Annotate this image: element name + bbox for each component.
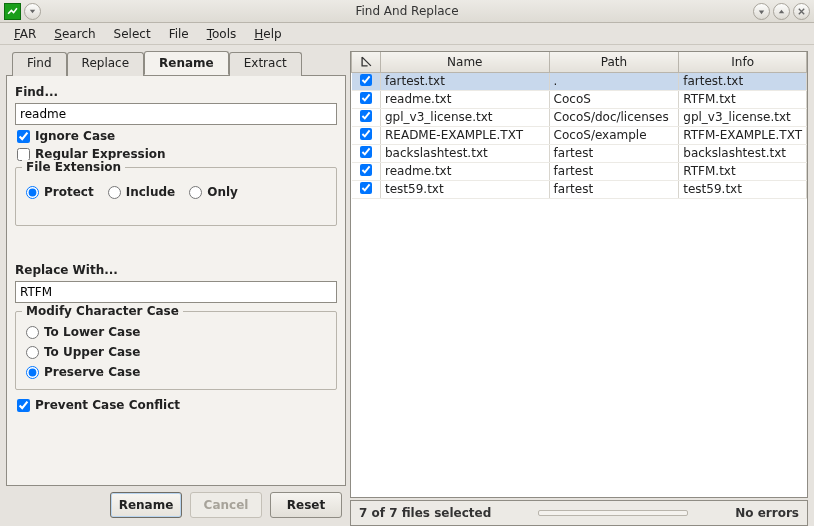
menu-tools[interactable]: Tools xyxy=(199,25,245,43)
menubar: FARSearchSelectFileToolsHelp xyxy=(0,23,814,45)
table-row[interactable]: test59.txtfartesttest59.txt xyxy=(352,180,807,198)
minimize-button[interactable] xyxy=(753,3,770,20)
maximize-button[interactable] xyxy=(773,3,790,20)
window-menu-button[interactable] xyxy=(24,3,41,20)
ignore-case-label: Ignore Case xyxy=(35,129,115,143)
table-row[interactable]: README-EXAMPLE.TXTCocoS/exampleRTFM-EXAM… xyxy=(352,126,807,144)
header-select-all[interactable] xyxy=(352,52,381,72)
replace-with-label: Replace With... xyxy=(15,263,337,277)
cell-path: fartest xyxy=(549,180,679,198)
modify-case-legend: Modify Character Case xyxy=(22,304,183,318)
menu-help[interactable]: Help xyxy=(246,25,289,43)
table-row[interactable]: gpl_v3_license.txtCocoS/doc/licensesgpl_… xyxy=(352,108,807,126)
header-info[interactable]: Info xyxy=(679,52,807,72)
find-label: Find... xyxy=(15,85,337,99)
tab-rename[interactable]: Rename xyxy=(144,51,229,75)
cell-name: README-EXAMPLE.TXT xyxy=(381,126,550,144)
app-icon xyxy=(4,3,21,20)
reset-button[interactable]: Reset xyxy=(270,492,342,518)
cell-info: backslashtest.txt xyxy=(679,144,807,162)
find-input[interactable] xyxy=(15,103,337,125)
menu-search[interactable]: Search xyxy=(46,25,103,43)
status-bar: 7 of 7 files selected No errors xyxy=(350,500,808,526)
row-checkbox[interactable] xyxy=(360,146,372,158)
cell-info: test59.txt xyxy=(679,180,807,198)
file-ext-option-include[interactable]: Include xyxy=(108,185,176,199)
rename-button[interactable]: Rename xyxy=(110,492,182,518)
regex-checkbox[interactable] xyxy=(17,148,30,161)
replace-with-input[interactable] xyxy=(15,281,337,303)
row-checkbox[interactable] xyxy=(360,74,372,86)
cell-path: CocoS xyxy=(549,90,679,108)
modify-case-group: Modify Character Case To Lower CaseTo Up… xyxy=(15,311,337,390)
cell-name: gpl_v3_license.txt xyxy=(381,108,550,126)
cell-name: fartest.txt xyxy=(381,72,550,90)
row-checkbox[interactable] xyxy=(360,110,372,122)
ignore-case-checkbox[interactable] xyxy=(17,130,30,143)
mod-case-option-to-upper-case[interactable]: To Upper Case xyxy=(26,345,328,359)
menu-select[interactable]: Select xyxy=(106,25,159,43)
cell-info: fartest.txt xyxy=(679,72,807,90)
cell-path: fartest xyxy=(549,144,679,162)
row-checkbox[interactable] xyxy=(360,182,372,194)
row-checkbox[interactable] xyxy=(360,164,372,176)
tab-content-rename: Find... Ignore Case Regular Expression F… xyxy=(6,75,346,486)
header-path[interactable]: Path xyxy=(549,52,679,72)
cell-name: readme.txt xyxy=(381,90,550,108)
mod-case-option-to-lower-case[interactable]: To Lower Case xyxy=(26,325,328,339)
titlebar: Find And Replace xyxy=(0,0,814,23)
tab-find[interactable]: Find xyxy=(12,52,67,76)
file-extension-group: File Extension ProtectIncludeOnly xyxy=(15,167,337,226)
mod-case-option-preserve-case[interactable]: Preserve Case xyxy=(26,365,328,379)
file-extension-legend: File Extension xyxy=(22,160,125,174)
cell-info: RTFM.txt xyxy=(679,162,807,180)
cell-name: readme.txt xyxy=(381,162,550,180)
right-pane: NamePathInfo fartest.txt.fartest.txtread… xyxy=(350,51,808,526)
table-row[interactable]: backslashtest.txtfartestbackslashtest.tx… xyxy=(352,144,807,162)
cell-name: test59.txt xyxy=(381,180,550,198)
file-ext-option-protect[interactable]: Protect xyxy=(26,185,94,199)
table-row[interactable]: readme.txtCocoSRTFM.txt xyxy=(352,90,807,108)
status-errors: No errors xyxy=(735,506,799,520)
tab-replace[interactable]: Replace xyxy=(67,52,144,76)
cancel-button: Cancel xyxy=(190,492,262,518)
status-progress xyxy=(499,510,727,516)
status-selection: 7 of 7 files selected xyxy=(359,506,491,520)
header-name[interactable]: Name xyxy=(381,52,550,72)
cell-path: fartest xyxy=(549,162,679,180)
row-checkbox[interactable] xyxy=(360,128,372,140)
cell-path: . xyxy=(549,72,679,90)
prevent-conflict-checkbox[interactable] xyxy=(17,399,30,412)
cell-info: RTFM.txt xyxy=(679,90,807,108)
window: Find And Replace FARSearchSelectFileTool… xyxy=(0,0,814,526)
menu-file[interactable]: File xyxy=(161,25,197,43)
tab-extract[interactable]: Extract xyxy=(229,52,302,76)
main-area: FindReplaceRenameExtract Find... Ignore … xyxy=(0,45,814,526)
close-button[interactable] xyxy=(793,3,810,20)
window-title: Find And Replace xyxy=(0,4,814,18)
button-bar: Rename Cancel Reset xyxy=(6,486,346,526)
tab-bar: FindReplaceRenameExtract xyxy=(6,51,346,75)
table-row[interactable]: fartest.txt.fartest.txt xyxy=(352,72,807,90)
cell-name: backslashtest.txt xyxy=(381,144,550,162)
prevent-conflict-label: Prevent Case Conflict xyxy=(35,398,180,412)
cell-path: CocoS/example xyxy=(549,126,679,144)
cell-info: RTFM-EXAMPLE.TXT xyxy=(679,126,807,144)
menu-far[interactable]: FAR xyxy=(6,25,44,43)
table-row[interactable]: readme.txtfartestRTFM.txt xyxy=(352,162,807,180)
cell-path: CocoS/doc/licenses xyxy=(549,108,679,126)
row-checkbox[interactable] xyxy=(360,92,372,104)
file-table[interactable]: NamePathInfo fartest.txt.fartest.txtread… xyxy=(350,51,808,498)
regex-label: Regular Expression xyxy=(35,147,166,161)
cell-info: gpl_v3_license.txt xyxy=(679,108,807,126)
left-pane: FindReplaceRenameExtract Find... Ignore … xyxy=(6,51,346,526)
file-ext-option-only[interactable]: Only xyxy=(189,185,238,199)
